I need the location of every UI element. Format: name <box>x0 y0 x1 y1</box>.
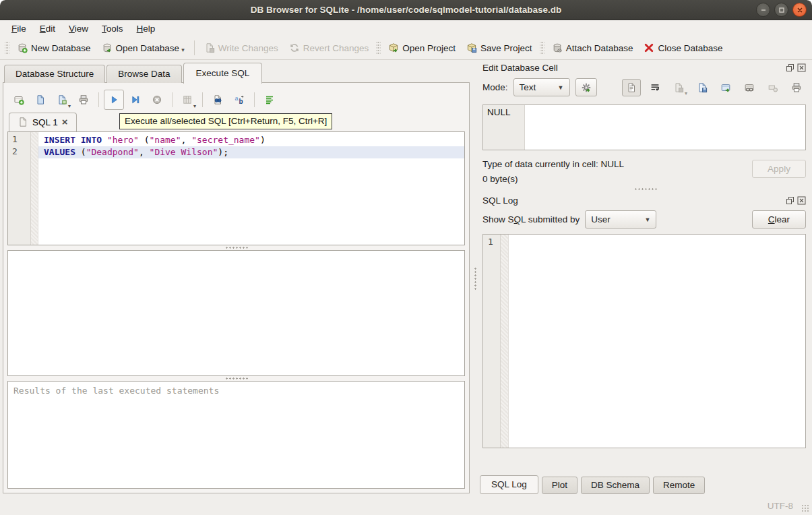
resize-grip-icon[interactable] <box>801 504 810 513</box>
editor-code-area[interactable]: INSERT INTO "hero" ("name", "secret_name… <box>38 132 464 245</box>
execute-line-button[interactable] <box>125 90 146 110</box>
tab-execute-sql[interactable]: Execute SQL <box>183 63 263 84</box>
toolbar-separator <box>202 92 203 107</box>
panel-splitter[interactable] <box>472 60 478 496</box>
dock-tab-plot[interactable]: Plot <box>542 477 577 494</box>
save-as-button: ▾ <box>669 79 688 96</box>
right-panel: Edit Database Cell Mode: Text ▼ ▾ <box>478 60 812 496</box>
new-database-button[interactable]: New Database <box>11 40 96 56</box>
grid-results-splitter[interactable] <box>7 376 465 381</box>
log-filter-value: User <box>591 214 611 224</box>
execute-all-icon <box>108 94 119 105</box>
left-panel: Database StructureBrowse DataExecute SQL… <box>0 60 472 496</box>
apply-data-button[interactable] <box>575 78 597 96</box>
open-database-button[interactable]: Open Database▾ <box>96 40 190 56</box>
save-project-icon <box>466 42 477 53</box>
open-sql-new-tab-button[interactable]: ▾ <box>52 90 72 110</box>
log-filter-label: Show SQL submitted by <box>482 214 580 224</box>
dock-tab-remote[interactable]: Remote <box>653 477 705 494</box>
chevron-down-icon[interactable]: ▾ <box>181 47 185 53</box>
execute-all-button[interactable] <box>104 90 124 110</box>
main-tab-bar: Database StructureBrowse DataExecute SQL <box>4 64 263 83</box>
menu-help[interactable]: Help <box>131 22 162 35</box>
results-grid-pane[interactable] <box>7 250 465 376</box>
export-data-icon <box>720 82 731 93</box>
log-filter-select[interactable]: User ▼ <box>585 210 656 229</box>
replace-in-sql-button[interactable]: ab <box>229 90 249 110</box>
cell-editor-toolbar: ▾ <box>622 79 806 96</box>
print-sql-button[interactable] <box>73 90 94 110</box>
save-project-button[interactable]: Save Project <box>461 40 538 56</box>
maximize-button[interactable] <box>774 3 788 17</box>
mode-label: Mode: <box>482 82 508 92</box>
sql-document-tab[interactable]: SQL 1 × <box>9 113 77 131</box>
close-button[interactable] <box>792 3 807 17</box>
import-data-button[interactable] <box>693 79 712 96</box>
main-area: Database StructureBrowse DataExecute SQL… <box>0 60 812 496</box>
chevron-down-icon[interactable]: ▾ <box>68 103 71 109</box>
print-cell-icon <box>791 82 802 93</box>
cell-null-label: NULL <box>483 105 525 150</box>
close-database-icon <box>644 42 654 53</box>
dock-tab-sql-log[interactable]: SQL Log <box>480 475 538 494</box>
menu-tools[interactable]: Tools <box>96 22 129 35</box>
mode-value: Text <box>520 82 536 92</box>
find-in-sql-button[interactable] <box>208 90 228 110</box>
dock-close-icon[interactable] <box>797 196 806 205</box>
clear-log-button[interactable]: Clear <box>752 210 806 229</box>
cell-size-info: 0 byte(s) <box>482 172 624 187</box>
execution-results-pane[interactable]: Results of the last executed statements <box>7 381 465 489</box>
tab-database-structure[interactable]: Database Structure <box>4 65 105 83</box>
replace-in-sql-icon: ab <box>234 94 245 105</box>
text-mode-button[interactable] <box>622 79 641 96</box>
dock-float-icon[interactable] <box>786 63 794 72</box>
log-content <box>509 235 805 448</box>
chevron-down-icon[interactable]: ▾ <box>193 103 196 109</box>
encoding-indicator[interactable]: UTF-8 <box>768 501 793 511</box>
dock-float-icon[interactable] <box>786 196 794 205</box>
menu-edit[interactable]: Edit <box>34 22 61 35</box>
toolbar-drag-handle[interactable] <box>540 41 544 55</box>
sql-log-box[interactable]: 1 <box>482 234 806 448</box>
revert-changes-icon <box>289 42 300 53</box>
export-data-button[interactable] <box>716 79 735 96</box>
code-line[interactable]: VALUES ("Deadpond", "Dive Wilson"); <box>38 146 464 158</box>
dock-tab-db-schema[interactable]: DB Schema <box>581 477 650 494</box>
toolbar-drag-handle[interactable] <box>5 41 9 55</box>
minimize-button[interactable] <box>756 3 770 17</box>
format-sql-button[interactable] <box>259 90 280 110</box>
line-number: 2 <box>12 146 30 158</box>
find-in-sql-icon <box>212 94 223 105</box>
cell-editor-box[interactable]: NULL <box>482 104 806 150</box>
tab-browse-data[interactable]: Browse Data <box>106 65 181 83</box>
menu-file[interactable]: File <box>5 22 32 35</box>
toolbar-drag-handle[interactable] <box>376 41 381 55</box>
cell-editor-content[interactable] <box>525 105 805 150</box>
write-changes-icon <box>204 42 215 53</box>
new-sql-tab-button[interactable] <box>9 90 29 110</box>
open-sql-file-button[interactable] <box>30 90 51 110</box>
sql-tab-close-icon[interactable]: × <box>62 119 68 125</box>
code-line[interactable]: INSERT INTO "hero" ("name", "secret_name… <box>38 134 464 146</box>
app-window: DB Browser for SQLite - /home/user/code/… <box>0 0 812 515</box>
sql-tab-label: SQL 1 <box>32 117 58 127</box>
sql-log-title: SQL Log <box>482 195 518 206</box>
attach-database-icon <box>552 42 563 53</box>
open-link-icon <box>744 82 755 93</box>
sql-log-filter-row: Show SQL submitted by User ▼ Clear <box>478 207 812 231</box>
print-cell-button[interactable] <box>787 79 806 96</box>
word-wrap-button[interactable] <box>646 79 664 96</box>
revert-changes-button: Revert Changes <box>284 40 375 56</box>
open-link-button[interactable] <box>740 79 759 96</box>
editor-grid-splitter[interactable] <box>7 245 465 250</box>
mode-select[interactable]: Text ▼ <box>513 78 570 96</box>
close-database-button[interactable]: Close Database <box>638 40 728 56</box>
dock-splitter[interactable] <box>478 187 812 191</box>
title-bar[interactable]: DB Browser for SQLite - /home/user/code/… <box>0 0 812 20</box>
apply-button[interactable]: Apply <box>752 160 806 178</box>
dock-close-icon[interactable] <box>797 63 806 72</box>
sql-editor[interactable]: 12 INSERT INTO "hero" ("name", "secret_n… <box>7 131 465 245</box>
attach-database-button[interactable]: Attach Database <box>546 40 639 56</box>
menu-view[interactable]: View <box>63 22 94 35</box>
open-project-button[interactable]: Open Project <box>383 40 461 56</box>
